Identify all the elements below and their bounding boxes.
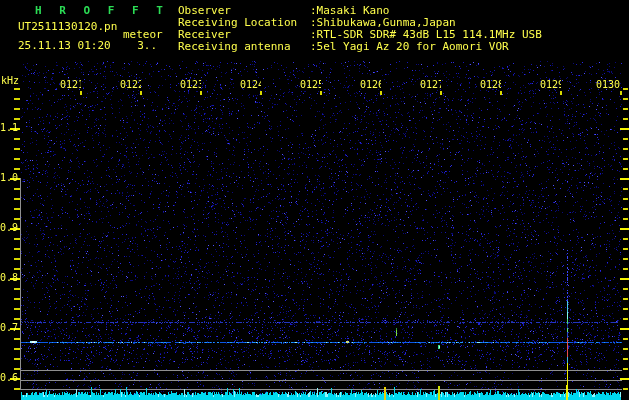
info-value-3: :5el Yagi Az 20 for Aomori VOR bbox=[310, 41, 509, 53]
freq-tick-label: 0.8 bbox=[0, 272, 18, 283]
freq-tick-label: 0.9 bbox=[0, 222, 18, 233]
time-tick-label: 0123 bbox=[180, 79, 201, 90]
info-label-3: Receiving antenna bbox=[178, 41, 291, 53]
time-tick-label: 0129 bbox=[540, 79, 561, 90]
freq-tick-label: 0.6 bbox=[0, 372, 18, 383]
filename-label: UT2511130120.pn bbox=[18, 21, 117, 33]
hrofft-screen: H R O F F T UT2511130120.pn meteor 25.11… bbox=[0, 0, 629, 400]
freq-tick-label: 1.1 bbox=[0, 122, 18, 133]
y-axis-unit-label: kHz bbox=[1, 75, 19, 86]
time-tick-label: 0121 bbox=[60, 79, 81, 90]
time-tick-label: 0130 bbox=[596, 79, 620, 90]
app-title: H R O F F T bbox=[35, 5, 168, 17]
time-tick-label: 0127 bbox=[420, 79, 441, 90]
time-tick-label: 0124 bbox=[240, 79, 261, 90]
time-tick-label: 0122 bbox=[120, 79, 141, 90]
freq-tick-label: 0.7 bbox=[0, 322, 18, 333]
spectrogram-canvas bbox=[0, 0, 629, 400]
time-tick-label: 0126 bbox=[360, 79, 381, 90]
time-tick-label: 0128 bbox=[480, 79, 501, 90]
freq-tick-label: 1.0 bbox=[0, 172, 18, 183]
time-tick-label: 0125 bbox=[300, 79, 321, 90]
datetime-label: 25.11.13 01:20 3.. bbox=[18, 40, 157, 52]
